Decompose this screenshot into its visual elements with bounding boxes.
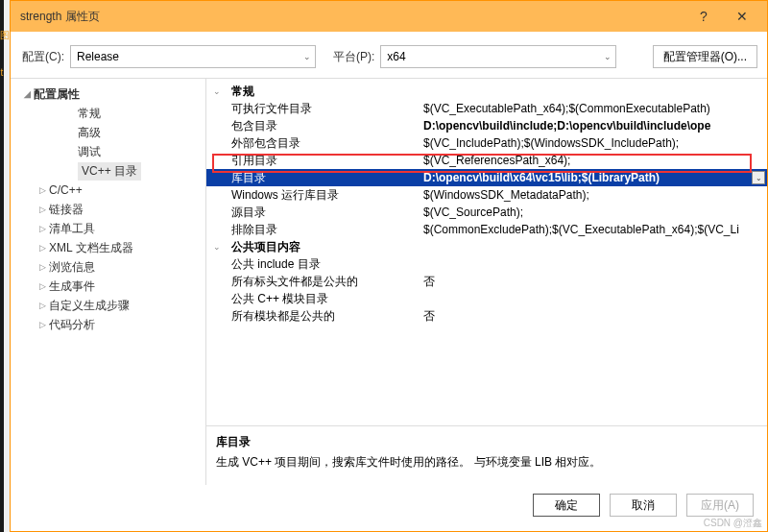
titlebar: strength 属性页 ? ✕ [11, 1, 767, 32]
help-button[interactable]: ? [684, 1, 723, 32]
property-key: 包含目录 [228, 118, 423, 134]
property-key: 引用目录 [228, 153, 423, 169]
tree-twisty-icon: ▷ [36, 281, 49, 291]
tree-twisty-icon: ▷ [36, 320, 49, 329]
tree-item-label: 配置属性 [34, 86, 80, 103]
cancel-button[interactable]: 取消 [610, 494, 677, 517]
tree-item[interactable]: ▷XML 文档生成器 [11, 238, 205, 257]
property-row[interactable]: 所有模块都是公共的否⌄ [206, 307, 767, 325]
property-row[interactable]: 公共 C++ 模块目录⌄ [206, 290, 767, 307]
tree-item-label: XML 文档生成器 [49, 240, 133, 256]
tree-twisty-icon: ▷ [36, 243, 49, 253]
property-row[interactable]: 包含目录D:\opencv\build\include;D:\opencv\bu… [206, 117, 767, 134]
tree-item[interactable]: ▷清单工具 [11, 219, 205, 238]
property-row[interactable]: 引用目录$(VC_ReferencesPath_x64);⌄ [206, 152, 767, 169]
platform-combo[interactable]: x64 ⌄ [380, 45, 616, 68]
tree-item[interactable]: ▷自定义生成步骤 [11, 296, 205, 315]
property-key: 排除目录 [228, 222, 423, 238]
property-value[interactable]: $(VC_IncludePath);$(WindowsSDK_IncludePa… [423, 136, 767, 150]
property-row[interactable]: 公共 include 目录⌄ [206, 255, 767, 273]
tree-item[interactable]: ▷生成事件 [11, 277, 205, 296]
platform-value: x64 [387, 50, 405, 63]
chevron-down-icon: ⌄ [604, 52, 612, 61]
tree-item-label: 链接器 [49, 202, 84, 218]
tree-item-label: 常规 [78, 106, 101, 122]
property-dialog: strength 属性页 ? ✕ 配置(C): Release ⌄ 平台(P):… [10, 0, 768, 532]
window-title: strength 属性页 [20, 9, 684, 25]
tree-twisty-icon: ▷ [36, 224, 49, 233]
property-row[interactable]: 外部包含目录$(VC_IncludePath);$(WindowsSDK_Inc… [206, 134, 767, 152]
tree-item-label: 浏览信息 [49, 259, 95, 276]
tree-item[interactable]: ◢配置属性 [11, 85, 205, 104]
property-key: 所有标头文件都是公共的 [228, 274, 423, 290]
tree-item[interactable]: 常规 [11, 104, 205, 123]
property-value[interactable]: 否 [423, 308, 767, 325]
property-grid[interactable]: ⌄常规⌄可执行文件目录$(VC_ExecutablePath_x64);$(Co… [206, 79, 767, 425]
tree-item[interactable]: ▷代码分析 [11, 315, 205, 334]
side-glyph-2: t [0, 67, 4, 78]
dropdown-icon[interactable]: ⌄ [752, 171, 765, 184]
property-value[interactable]: $(VC_ExecutablePath_x64);$(CommonExecuta… [423, 102, 767, 115]
property-row[interactable]: 库目录D:\opencv\build\x64\vc15\lib;$(Librar… [206, 169, 767, 186]
tree-item[interactable]: ▷浏览信息 [11, 257, 205, 277]
property-group[interactable]: ⌄常规⌄ [206, 83, 767, 100]
config-value: Release [77, 50, 119, 63]
side-glyph-1: 图 [0, 29, 4, 42]
description-panel: 库目录 生成 VC++ 项目期间，搜索库文件时使用的路径。 与环境变量 LIB … [206, 425, 767, 485]
footer: 确定 取消 应用(A) [11, 485, 767, 525]
property-value[interactable]: D:\opencv\build\include;D:\opencv\build\… [423, 119, 767, 133]
config-manager-button[interactable]: 配置管理器(O)... [653, 45, 757, 68]
tree-twisty-icon: ▷ [36, 301, 49, 310]
tree-item[interactable]: VC++ 目录 [11, 161, 205, 181]
property-key: 外部包含目录 [228, 135, 423, 152]
ok-button[interactable]: 确定 [533, 494, 600, 517]
close-button[interactable]: ✕ [723, 1, 761, 32]
property-value[interactable]: D:\opencv\build\x64\vc15\lib;$(LibraryPa… [423, 171, 752, 184]
property-row[interactable]: 排除目录$(CommonExcludePath);$(VC_Executable… [206, 221, 767, 238]
property-key: 可执行文件目录 [228, 101, 423, 117]
property-row[interactable]: 所有标头文件都是公共的否⌄ [206, 273, 767, 290]
tree-item[interactable]: ▷链接器 [11, 200, 205, 219]
tree-item-label: 自定义生成步骤 [49, 298, 130, 314]
property-value[interactable]: 否 [423, 274, 767, 290]
tree-item-label: 高级 [78, 125, 101, 141]
description-body: 生成 VC++ 项目期间，搜索库文件时使用的路径。 与环境变量 LIB 相对应。 [216, 454, 757, 471]
property-row[interactable]: 源目录$(VC_SourcePath);⌄ [206, 204, 767, 221]
tree-twisty-icon: ▷ [36, 205, 49, 214]
nav-tree[interactable]: ◢配置属性常规高级调试VC++ 目录▷C/C++▷链接器▷清单工具▷XML 文档… [11, 79, 206, 485]
tree-twisty-icon: ▷ [36, 262, 49, 272]
property-row[interactable]: 可执行文件目录$(VC_ExecutablePath_x64);$(Common… [206, 100, 767, 117]
property-value[interactable]: $(WindowsSDK_MetadataPath); [423, 188, 767, 202]
expander-icon: ⌄ [206, 242, 228, 252]
watermark: CSDN @澄鑫 [704, 517, 762, 530]
tree-item-label: 调试 [78, 144, 101, 160]
description-title: 库目录 [216, 434, 757, 450]
property-key: 公共 C++ 模块目录 [228, 291, 423, 307]
config-combo[interactable]: Release ⌄ [70, 45, 316, 68]
expander-icon: ⌄ [206, 86, 228, 96]
property-value[interactable]: $(VC_SourcePath); [423, 206, 767, 219]
tree-item-label: C/C++ [49, 183, 83, 197]
property-key: Windows 运行库目录 [228, 187, 423, 204]
property-key: 源目录 [228, 205, 423, 221]
config-label: 配置(C): [22, 49, 64, 65]
tree-item[interactable]: 调试 [11, 142, 205, 161]
property-key: 所有模块都是公共的 [228, 308, 423, 325]
tree-item-label: 生成事件 [49, 278, 95, 295]
property-key: 公共 include 目录 [228, 256, 423, 273]
tree-item-label: 代码分析 [49, 317, 95, 333]
property-value[interactable]: $(VC_ReferencesPath_x64); [423, 154, 767, 167]
tree-item[interactable]: 高级 [11, 123, 205, 142]
ide-sidebar [0, 0, 4, 532]
apply-button[interactable]: 应用(A) [686, 494, 754, 517]
property-key: 常规 [228, 84, 423, 100]
property-group[interactable]: ⌄公共项目内容⌄ [206, 238, 767, 255]
right-pane: ⌄常规⌄可执行文件目录$(VC_ExecutablePath_x64);$(Co… [206, 79, 767, 485]
tree-item[interactable]: ▷C/C++ [11, 181, 205, 200]
tree-twisty-icon: ◢ [20, 89, 34, 99]
tree-item-label: VC++ 目录 [78, 162, 141, 181]
platform-label: 平台(P): [333, 49, 374, 65]
property-row[interactable]: Windows 运行库目录$(WindowsSDK_MetadataPath);… [206, 186, 767, 204]
dialog-body: ◢配置属性常规高级调试VC++ 目录▷C/C++▷链接器▷清单工具▷XML 文档… [11, 78, 767, 485]
property-value[interactable]: $(CommonExcludePath);$(VC_ExecutablePath… [423, 223, 767, 236]
